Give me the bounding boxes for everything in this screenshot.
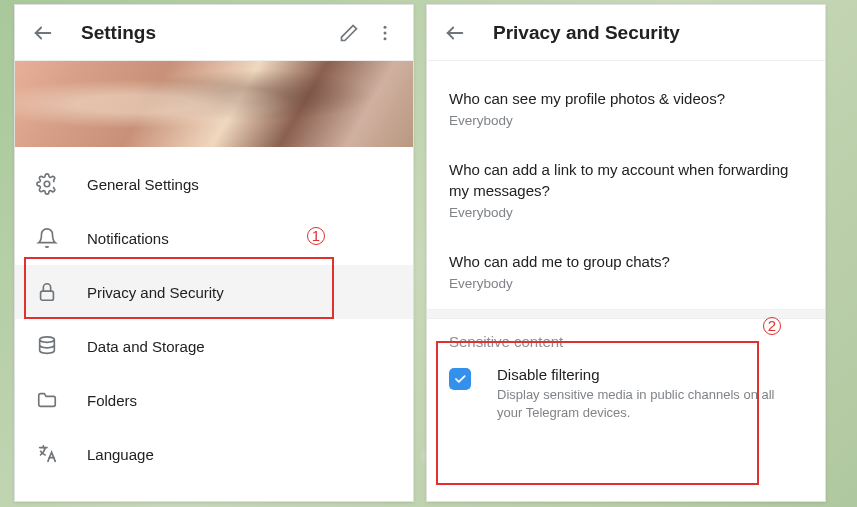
- privacy-header: Privacy and Security: [427, 5, 825, 61]
- settings-panel: Settings General Settings Notifications …: [14, 4, 414, 502]
- menu-item-folders[interactable]: Folders: [15, 373, 413, 427]
- menu-item-label: Folders: [87, 392, 137, 409]
- svg-point-6: [40, 337, 55, 343]
- sensitive-content-header: Sensitive content: [427, 319, 825, 356]
- settings-header: Settings: [15, 5, 413, 61]
- svg-point-2: [384, 31, 387, 34]
- disable-filtering-label: Disable filtering: [497, 366, 803, 383]
- section-separator: [427, 309, 825, 319]
- svg-point-3: [384, 37, 387, 40]
- more-vertical-icon: [375, 23, 395, 43]
- privacy-setting-group-chats[interactable]: Who can add me to group chats? Everybody: [427, 234, 825, 305]
- menu-item-general-settings[interactable]: General Settings: [15, 157, 413, 211]
- menu-item-notifications[interactable]: Notifications: [15, 211, 413, 265]
- edit-button[interactable]: [331, 15, 367, 51]
- disable-filtering-desc: Display sensitive media in public channe…: [497, 386, 803, 421]
- menu-item-label: General Settings: [87, 176, 199, 193]
- check-icon: [453, 372, 467, 386]
- setting-value: Everybody: [449, 113, 803, 128]
- setting-value: Everybody: [449, 205, 803, 220]
- gear-icon: [35, 172, 59, 196]
- menu-item-label: Data and Storage: [87, 338, 205, 355]
- setting-title: Who can add a link to my account when fo…: [449, 160, 803, 201]
- arrow-left-icon: [32, 22, 54, 44]
- privacy-setting-profile-photos[interactable]: Who can see my profile photos & videos? …: [427, 61, 825, 142]
- setting-title: Who can add me to group chats?: [449, 252, 803, 272]
- svg-rect-5: [41, 291, 54, 300]
- lock-icon: [35, 280, 59, 304]
- menu-item-language[interactable]: Language: [15, 427, 413, 481]
- disable-filtering-row[interactable]: Disable filtering Display sensitive medi…: [427, 356, 825, 435]
- menu-item-label: Notifications: [87, 230, 169, 247]
- svg-point-4: [44, 181, 50, 187]
- menu-item-label: Language: [87, 446, 154, 463]
- back-button[interactable]: [437, 15, 473, 51]
- database-icon: [35, 334, 59, 358]
- more-button[interactable]: [367, 15, 403, 51]
- privacy-title: Privacy and Security: [493, 22, 815, 44]
- svg-point-1: [384, 25, 387, 28]
- menu-item-privacy-security[interactable]: Privacy and Security: [15, 265, 413, 319]
- menu-item-label: Privacy and Security: [87, 284, 224, 301]
- pencil-icon: [339, 23, 359, 43]
- arrow-left-icon: [444, 22, 466, 44]
- bell-icon: [35, 226, 59, 250]
- back-button[interactable]: [25, 15, 61, 51]
- settings-menu: General Settings Notifications Privacy a…: [15, 147, 413, 481]
- setting-title: Who can see my profile photos & videos?: [449, 89, 803, 109]
- privacy-panel: Privacy and Security Who can see my prof…: [426, 4, 826, 502]
- language-icon: [35, 442, 59, 466]
- folder-icon: [35, 388, 59, 412]
- privacy-setting-forward-link[interactable]: Who can add a link to my account when fo…: [427, 142, 825, 234]
- settings-title: Settings: [81, 22, 331, 44]
- disable-filtering-checkbox[interactable]: [449, 368, 471, 390]
- menu-item-data-storage[interactable]: Data and Storage: [15, 319, 413, 373]
- setting-value: Everybody: [449, 276, 803, 291]
- profile-cover-image: [15, 61, 413, 147]
